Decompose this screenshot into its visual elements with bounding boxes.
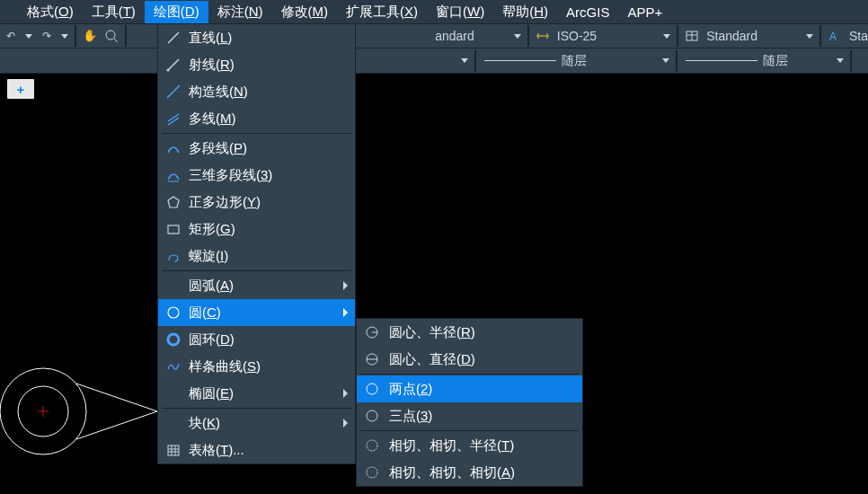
draw-item-rect[interactable]: 矩形(G): [158, 216, 355, 243]
svg-line-2: [114, 39, 118, 42]
circle-item-3p[interactable]: 三点(3): [357, 402, 582, 429]
draw-item-polygon[interactable]: 正多边形(Y): [158, 189, 355, 216]
menu-item-5[interactable]: 扩展工具(X): [337, 1, 427, 23]
menu-item-label: 表格(T)...: [189, 442, 244, 459]
ttt-icon: [362, 463, 382, 482]
table-icon: [164, 440, 183, 460]
undo-icon[interactable]: ↶: [3, 28, 19, 44]
svg-line-17: [168, 59, 179, 70]
svg-line-16: [168, 32, 179, 43]
separator: [676, 50, 678, 72]
separator: [677, 25, 678, 47]
dim-style-combo[interactable]: ISO-25: [554, 27, 674, 45]
chevron-down-icon: [662, 58, 669, 63]
rect-icon: [164, 219, 183, 239]
menu-item-1[interactable]: 工具(T): [83, 1, 145, 23]
line-icon: [164, 28, 183, 48]
svg-point-25: [168, 307, 179, 318]
linetype-combo[interactable]: 随层: [562, 52, 673, 70]
menu-item-9[interactable]: APP+: [618, 2, 671, 22]
draw-item-ray[interactable]: 射线(R): [158, 51, 355, 78]
menu-item-3[interactable]: 标注(N): [208, 1, 272, 23]
submenu-arrow-icon: [343, 389, 348, 398]
lineweight-preview: [686, 60, 757, 61]
menu-item-label: 矩形(G): [189, 221, 235, 238]
draw-item-xline[interactable]: 构造线(N): [158, 78, 355, 105]
svg-marker-23: [168, 197, 179, 207]
menu-item-label: 椭圆(E): [189, 385, 234, 402]
menu-item-label: 样条曲线(S): [189, 358, 261, 375]
draw-item-circle[interactable]: 圆(C): [158, 299, 355, 326]
circle-item-ttr[interactable]: 相切、相切、半径(T): [357, 432, 582, 459]
lineweight-combo[interactable]: 随层: [763, 52, 847, 70]
submenu-arrow-icon: [343, 281, 348, 290]
ray-icon: [164, 55, 183, 75]
chevron-down-icon: [806, 34, 813, 39]
draw-item-table[interactable]: 表格(T)...: [158, 437, 355, 463]
menu-item-label: 相切、相切、半径(T): [389, 437, 514, 454]
svg-text:✋: ✋: [83, 29, 97, 43]
menu-item-6[interactable]: 窗口(W): [427, 1, 493, 23]
text-style-combo[interactable]: Sta: [846, 27, 868, 45]
menu-item-label: 圆心、直径(D): [389, 351, 475, 368]
svg-point-18: [167, 69, 170, 72]
svg-point-36: [367, 384, 377, 394]
menu-separator: [162, 408, 351, 409]
menu-separator: [162, 270, 351, 271]
draw-item-line[interactable]: 直线(L): [158, 24, 355, 51]
helix-icon: [164, 246, 183, 266]
table-style-combo[interactable]: Standard: [703, 27, 817, 45]
menu-item-8[interactable]: ArcGIS: [557, 2, 618, 22]
chevron-down-icon[interactable]: [461, 58, 468, 63]
menu-item-label: 圆环(D): [189, 331, 235, 348]
draw-item-mline[interactable]: 多线(M): [158, 105, 355, 132]
pline-icon: [164, 138, 183, 158]
draw-item-arc[interactable]: 圆弧(A): [158, 272, 355, 299]
draw-item-pline[interactable]: 多段线(P): [158, 135, 355, 162]
text-style-icon[interactable]: A: [827, 28, 843, 44]
circle-submenu: 圆心、半径(R)圆心、直径(D)两点(2)三点(3)相切、相切、半径(T)相切、…: [356, 318, 583, 487]
draw-item-helix[interactable]: 螺旋(I): [158, 243, 355, 269]
style-combo-1[interactable]: andard: [431, 27, 525, 45]
draw-item-3dpoly[interactable]: 三维多段线(3): [158, 162, 355, 189]
menu-item-label: 螺旋(I): [189, 248, 228, 265]
toolbar-row-1: ↶ ↷ ✋ andard ISO-25 Standard A Sta: [0, 23, 868, 49]
3dpoly-icon: [164, 165, 183, 185]
table-style-icon[interactable]: [684, 28, 700, 44]
chevron-down-icon: [663, 34, 670, 39]
toolbar-row-2: 随层 随层: [0, 49, 868, 74]
separator: [125, 25, 127, 47]
pan-icon[interactable]: ✋: [82, 28, 98, 44]
svg-rect-27: [168, 445, 179, 455]
draw-item-spline[interactable]: 样条曲线(S): [158, 353, 355, 380]
draw-item-donut[interactable]: 圆环(D): [158, 326, 355, 353]
menu-item-2[interactable]: 绘图(D): [145, 1, 208, 23]
dim-style-icon[interactable]: [535, 28, 551, 44]
new-tab-button[interactable]: +: [7, 79, 34, 99]
separator: [75, 25, 76, 47]
menu-item-4[interactable]: 修改(M): [272, 1, 338, 23]
circle-item-2p[interactable]: 两点(2): [357, 375, 582, 402]
draw-menu-dropdown: 直线(L)射线(R)构造线(N)多线(M)多段线(P)三维多段线(3)正多边形(…: [157, 23, 356, 464]
donut-icon: [164, 330, 183, 349]
mline-icon: [164, 109, 183, 128]
menu-item-7[interactable]: 帮助(H): [493, 1, 557, 23]
circle-item-cendia[interactable]: 圆心、直径(D): [357, 346, 582, 373]
redo-icon[interactable]: ↷: [39, 28, 55, 44]
circle-item-cenrad[interactable]: 圆心、半径(R): [357, 319, 582, 346]
chevron-down-icon: [837, 58, 844, 63]
draw-item-block[interactable]: 块(K): [158, 410, 355, 437]
svg-line-20: [168, 114, 179, 121]
menu-bar: 格式(O)工具(T)绘图(D)标注(N)修改(M)扩展工具(X)窗口(W)帮助(…: [0, 0, 868, 23]
svg-point-1: [106, 31, 115, 40]
draw-item-ellipse[interactable]: 椭圆(E): [158, 380, 355, 407]
zoom-icon[interactable]: [103, 28, 120, 44]
menu-item-0[interactable]: 格式(O): [18, 1, 83, 23]
circle-item-ttt[interactable]: 相切、相切、相切(A): [357, 459, 582, 486]
submenu-arrow-icon: [343, 308, 348, 317]
spline-icon: [164, 357, 183, 376]
separator: [819, 25, 821, 47]
undo-dropdown-icon[interactable]: [25, 34, 32, 39]
arc-icon: [164, 276, 183, 296]
redo-dropdown-icon[interactable]: [61, 34, 68, 39]
